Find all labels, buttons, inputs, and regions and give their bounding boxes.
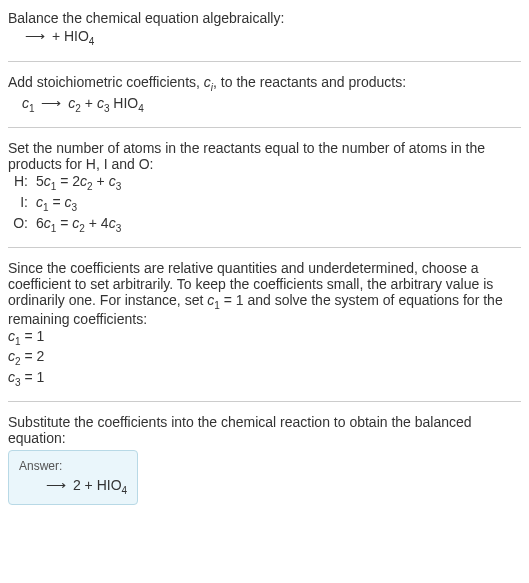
atom-label: I:: [8, 194, 36, 213]
c-var: c: [44, 173, 51, 189]
coeff-equation: c1 ⟶ c2 + c3 HIO4: [8, 93, 521, 116]
eq-text: =: [56, 215, 72, 231]
plus-text: + 4: [85, 215, 109, 231]
c3-c: c: [97, 95, 104, 111]
subscript-4: 4: [89, 36, 95, 47]
section-stoich: Add stoichiometric coefficients, ci, to …: [8, 70, 521, 120]
solve-para: Since the coefficients are relative quan…: [8, 260, 521, 327]
atom-equation: 5c1 = 2c2 + c3: [36, 173, 121, 192]
atom-equation: c1 = c3: [36, 194, 77, 213]
c-var: c: [8, 348, 15, 364]
coef: 5: [36, 173, 44, 189]
atom-equations: H:5c1 = 2c2 + c3I:c1 = c3O:6c1 = c2 + 4c…: [8, 172, 521, 234]
eq-text: =: [49, 194, 65, 210]
arrow-icon: ⟶: [38, 95, 64, 111]
divider: [8, 247, 521, 248]
two-text: 2: [69, 477, 85, 493]
plus-text: +: [81, 95, 97, 111]
intro-text: Balance the chemical equation algebraica…: [8, 10, 521, 26]
val-text: = 2: [21, 348, 45, 364]
unbalanced-equation: ⟶ + HIO4: [8, 26, 521, 49]
divider: [8, 61, 521, 62]
c-sub: 3: [116, 223, 122, 234]
plus-text: +: [93, 173, 109, 189]
atom-label: O:: [8, 215, 36, 234]
c-var: c: [8, 328, 15, 344]
text-part-a: Add stoichiometric coefficients,: [8, 74, 204, 90]
arrow-icon: ⟶: [22, 28, 48, 44]
section-solve: Since the coefficients are relative quan…: [8, 256, 521, 393]
section-answer: Substitute the coefficients into the che…: [8, 410, 521, 509]
eq-text: = 2: [56, 173, 80, 189]
divider: [8, 127, 521, 128]
coeff-solution-line: c1 = 1: [8, 327, 521, 348]
c1-c: c: [22, 95, 29, 111]
plus-hio: + HIO: [85, 477, 122, 493]
hio-text: HIO: [109, 95, 138, 111]
val-text: = 1: [21, 369, 45, 385]
c1-sub: 1: [29, 102, 35, 113]
val-text: = 1: [21, 328, 45, 344]
section-atoms: Set the number of atoms in the reactants…: [8, 136, 521, 238]
c-var: c: [109, 173, 116, 189]
answer-intro: Substitute the coefficients into the che…: [8, 414, 521, 446]
answer-label: Answer:: [19, 459, 127, 473]
sub4: 4: [122, 485, 128, 496]
atom-equation-row: H:5c1 = 2c2 + c3: [8, 172, 521, 193]
answer-box: Answer: ⟶ 2 + HIO4: [8, 450, 138, 505]
c-sub: 3: [72, 202, 78, 213]
divider: [8, 401, 521, 402]
text-part-b: , to the reactants and products:: [213, 74, 406, 90]
product-text: + HIO: [48, 28, 89, 44]
c-var: c: [8, 369, 15, 385]
sub4: 4: [138, 102, 144, 113]
var-c: c: [204, 74, 211, 90]
atom-equation-row: I:c1 = c3: [8, 193, 521, 214]
stoich-text: Add stoichiometric coefficients, ci, to …: [8, 74, 521, 93]
atoms-intro: Set the number of atoms in the reactants…: [8, 140, 521, 172]
coef: 6: [36, 215, 44, 231]
coeff-solutions: c1 = 1c2 = 2c3 = 1: [8, 327, 521, 389]
c-var: c: [44, 215, 51, 231]
section-intro: Balance the chemical equation algebraica…: [8, 6, 521, 53]
atom-equation: 6c1 = c2 + 4c3: [36, 215, 121, 234]
coeff-solution-line: c2 = 2: [8, 347, 521, 368]
c-var: c: [65, 194, 72, 210]
c-sub: 3: [116, 181, 122, 192]
coeff-solution-line: c3 = 1: [8, 368, 521, 389]
atom-equation-row: O:6c1 = c2 + 4c3: [8, 214, 521, 235]
c-var: c: [36, 194, 43, 210]
arrow-icon: ⟶: [43, 477, 69, 493]
balanced-equation: ⟶ 2 + HIO4: [19, 477, 127, 496]
c-var: c: [109, 215, 116, 231]
atom-label: H:: [8, 173, 36, 192]
